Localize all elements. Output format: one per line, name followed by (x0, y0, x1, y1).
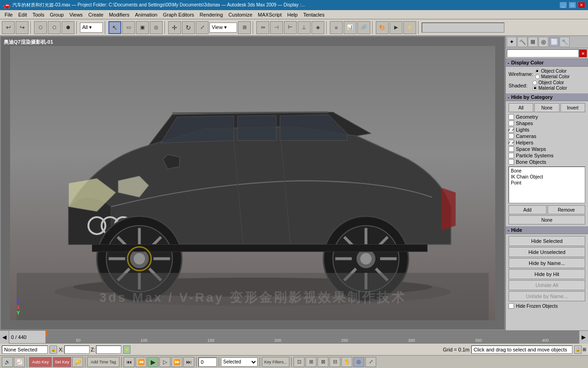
menu-modifiers[interactable]: Modifiers (106, 11, 132, 18)
display-color-header[interactable]: - Display Color (506, 59, 588, 67)
select-button[interactable]: ↖ (108, 21, 121, 34)
view-dropdown[interactable]: View ▾ (209, 23, 237, 33)
lock-button[interactable]: 🔒 (50, 345, 57, 354)
cameras-checkbox[interactable] (509, 133, 514, 139)
panel-search-clear[interactable]: ✕ (579, 49, 587, 58)
modify-panel-icon[interactable]: 🔨 (517, 37, 527, 47)
hbc-invert-button[interactable]: Invert (560, 103, 585, 112)
play-selected-btn[interactable]: ▷ (159, 357, 170, 367)
close-button[interactable]: ✕ (578, 2, 585, 8)
selected-dropdown[interactable]: Selected (221, 357, 258, 367)
rotate-button[interactable]: ↻ (182, 21, 195, 34)
go-to-end-btn[interactable]: ⏭ (183, 357, 194, 367)
menu-graph-editors[interactable]: Graph Editors (160, 11, 197, 18)
shapes-checkbox[interactable] (509, 121, 514, 126)
unhide-all-button[interactable]: Unhide All (509, 280, 585, 290)
menu-views[interactable]: Views (67, 11, 85, 18)
play-btn[interactable]: ▶ (147, 357, 158, 367)
bone-objects-checkbox[interactable] (509, 159, 514, 165)
layer-manager-button[interactable]: ≡ (330, 21, 343, 34)
mirror-button[interactable]: ⇔ (256, 21, 269, 34)
menu-file[interactable]: File (2, 11, 16, 18)
hide-header[interactable]: - Hide (506, 226, 588, 234)
vp-zoom-extents-btn[interactable]: ⊡ (294, 357, 305, 367)
wireframe-object-color-radio[interactable] (535, 69, 540, 74)
panel-search-input[interactable] (507, 49, 579, 58)
place-highlight-button[interactable]: ◈ (311, 21, 324, 34)
redo-button[interactable]: ↪ (16, 21, 28, 34)
bind-warp-button[interactable]: ⬢ (62, 21, 74, 34)
hide-selected-button[interactable]: Hide Selected (509, 236, 585, 246)
window-crossing-button[interactable]: ▣ (136, 21, 149, 34)
hide-by-hit-button[interactable]: Hide by Hit (509, 269, 585, 279)
key-filters-btn[interactable]: Key Filters... (262, 357, 289, 367)
create-panel-icon[interactable]: ✦ (507, 37, 517, 47)
track-view-button[interactable]: 📊 (344, 21, 356, 34)
prev-frame-btn[interactable]: ⏪ (136, 357, 147, 367)
timeline-track[interactable]: 50100150200250300350400 (46, 331, 579, 343)
menu-customize[interactable]: Customize (226, 11, 255, 18)
unhide-by-name-button[interactable]: Unhide by Name... (509, 291, 585, 301)
auto-key-btn[interactable]: Auto Key (29, 357, 52, 367)
hide-by-category-header[interactable]: - Hide by Category (506, 93, 588, 101)
coord-lock[interactable]: ⚡ (123, 345, 130, 354)
particle-systems-checkbox[interactable] (509, 153, 514, 158)
sound-btn[interactable]: 🔊 (2, 357, 13, 367)
menu-tentacles[interactable]: Tentacles (300, 11, 327, 18)
menu-create[interactable]: Create (85, 11, 106, 18)
menu-maxscript[interactable]: MAXScript (255, 11, 284, 18)
select-link-button[interactable]: ⬡ (34, 21, 47, 34)
add-time-tag-btn[interactable]: Add Time Tag (87, 357, 119, 367)
shaded-object-color-radio[interactable] (532, 80, 537, 85)
freeform-button[interactable]: ◎ (150, 21, 163, 34)
geometry-checkbox[interactable] (509, 114, 514, 120)
render-scene-button[interactable]: ▶ (390, 21, 402, 34)
hbc-none-button[interactable]: None (534, 103, 559, 112)
maximize-button[interactable]: □ (569, 2, 576, 8)
scale-button[interactable]: ⤢ (196, 21, 209, 34)
move-button[interactable]: ✛ (168, 21, 181, 34)
x-input[interactable] (64, 345, 90, 354)
menu-animation[interactable]: Animation (132, 11, 160, 18)
hide-frozen-checkbox[interactable] (509, 303, 514, 309)
key-icon-btn[interactable]: 🔑 (72, 357, 83, 367)
undo-button[interactable]: ↩ (2, 21, 15, 34)
display-panel-icon[interactable]: ⬜ (549, 37, 559, 47)
go-to-start-btn[interactable]: ⏮ (124, 357, 135, 367)
set-key-btn[interactable]: Set Key (53, 357, 71, 367)
frame-input[interactable]: 0 (198, 357, 217, 367)
z-input[interactable] (96, 345, 121, 354)
hierarchy-align-button[interactable]: ⊢ (284, 21, 297, 34)
bone-remove-button[interactable]: Remove (548, 205, 586, 214)
vp-pan-btn[interactable]: ✋ (341, 357, 352, 367)
menu-help[interactable]: Help (284, 11, 300, 18)
maxscript-input[interactable] (422, 23, 504, 33)
hbc-all-button[interactable]: All (509, 103, 533, 112)
space-warps-checkbox[interactable] (509, 146, 514, 152)
minimize-button[interactable]: _ (560, 2, 567, 8)
hide-by-name-button[interactable]: Hide by Name... (509, 258, 585, 268)
lights-checkbox[interactable]: ✓ (509, 127, 514, 132)
align-button[interactable]: ⊣ (270, 21, 283, 34)
wireframe-material-color-radio[interactable] (535, 75, 540, 79)
vp-field-of-view-btn[interactable]: ⊟ (329, 357, 340, 367)
menu-group[interactable]: Group (47, 11, 67, 18)
vp-arc-rotate-btn[interactable]: ◎ (353, 357, 364, 367)
utilities-panel-icon[interactable]: 🔧 (560, 37, 570, 47)
pivot-button[interactable]: ⊞ (238, 21, 251, 34)
vp-zoom-selected-btn[interactable]: ⊞ (305, 357, 317, 367)
shaded-material-color-radio[interactable] (532, 86, 537, 91)
mini-curve-btn[interactable]: 📈 (14, 357, 25, 367)
menu-tools[interactable]: Tools (30, 11, 47, 18)
hierarchy-panel-icon[interactable]: ⊞ (528, 37, 538, 47)
filter-dropdown[interactable]: All ▾ (80, 23, 103, 33)
motion-panel-icon[interactable]: ◎ (538, 37, 548, 47)
hide-unselected-button[interactable]: Hide Unselected (509, 247, 585, 257)
material-editor-button[interactable]: 🎨 (376, 21, 389, 34)
unlink-button[interactable]: ⬡ (48, 21, 61, 34)
schematic-view-button[interactable]: 🔗 (357, 21, 370, 34)
select-region-button[interactable]: ▭ (122, 21, 135, 34)
quick-render-button[interactable]: ⚡ (403, 21, 416, 34)
timeline-prev[interactable]: ◀ (0, 331, 9, 344)
vp-zoom-all-btn[interactable]: ⊠ (317, 357, 328, 367)
